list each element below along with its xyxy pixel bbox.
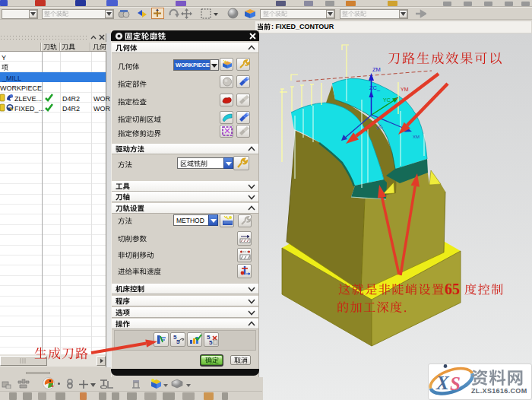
svg-text:65: 65 — [445, 281, 460, 297]
svg-text:YC: YC — [383, 97, 391, 103]
svg-text:ZM: ZM — [372, 66, 381, 73]
svg-text:ZC_: ZC_ — [369, 84, 381, 91]
svg-text:XC: XC — [375, 123, 384, 131]
svg-text:YM: YM — [401, 87, 409, 92]
svg-text:XM: XM — [413, 135, 420, 139]
